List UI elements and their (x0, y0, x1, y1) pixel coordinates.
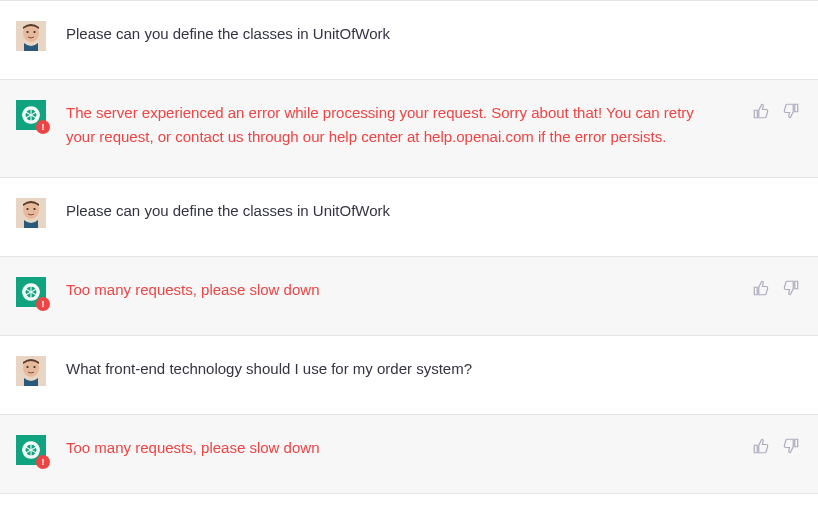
thumbs-up-button[interactable] (752, 437, 772, 457)
error-badge-icon: ! (36, 297, 50, 311)
thumbs-down-button[interactable] (782, 437, 802, 457)
message-text: Too many requests, please slow down (66, 435, 722, 465)
user-face-icon (16, 21, 46, 51)
message-row-assistant: ! Too many requests, please slow down (0, 415, 818, 494)
message-text: What front-end technology should I use f… (66, 356, 802, 386)
message-row-assistant: ! Too many requests, please slow down (0, 257, 818, 336)
message-row-user: What front-end technology should I use f… (0, 336, 818, 415)
thumbs-down-button[interactable] (782, 279, 802, 299)
avatar-user (16, 356, 46, 386)
feedback-controls (742, 100, 802, 149)
message-row-user: Please can you define the classes in Uni… (0, 178, 818, 257)
svg-point-10 (26, 366, 28, 368)
thumbs-up-button[interactable] (752, 279, 772, 299)
user-face-icon (16, 198, 46, 228)
avatar-assistant: ! (16, 277, 46, 307)
avatar-user (16, 21, 46, 51)
thumbs-down-icon (782, 102, 800, 120)
feedback-controls (742, 435, 802, 465)
thumbs-down-button[interactable] (782, 102, 802, 122)
message-text: Please can you define the classes in Uni… (66, 21, 802, 51)
message-text: Please can you define the classes in Uni… (66, 198, 802, 228)
message-row-user: Please can you define the classes in Uni… (0, 1, 818, 80)
thumbs-up-icon (752, 279, 770, 297)
feedback-controls (742, 277, 802, 307)
avatar-user (16, 198, 46, 228)
svg-point-3 (33, 31, 35, 33)
svg-point-2 (26, 31, 28, 33)
conversation: Please can you define the classes in Uni… (0, 0, 818, 494)
thumbs-down-icon (782, 437, 800, 455)
thumbs-up-icon (752, 102, 770, 120)
avatar-assistant: ! (16, 100, 46, 130)
thumbs-up-icon (752, 437, 770, 455)
svg-point-7 (33, 208, 35, 210)
thumbs-up-button[interactable] (752, 102, 772, 122)
error-badge-icon: ! (36, 120, 50, 134)
error-badge-icon: ! (36, 455, 50, 469)
thumbs-down-icon (782, 279, 800, 297)
message-text: The server experienced an error while pr… (66, 100, 722, 149)
user-face-icon (16, 356, 46, 386)
avatar-assistant: ! (16, 435, 46, 465)
svg-point-6 (26, 208, 28, 210)
message-text: Too many requests, please slow down (66, 277, 722, 307)
message-row-assistant: ! The server experienced an error while … (0, 80, 818, 178)
svg-point-11 (33, 366, 35, 368)
